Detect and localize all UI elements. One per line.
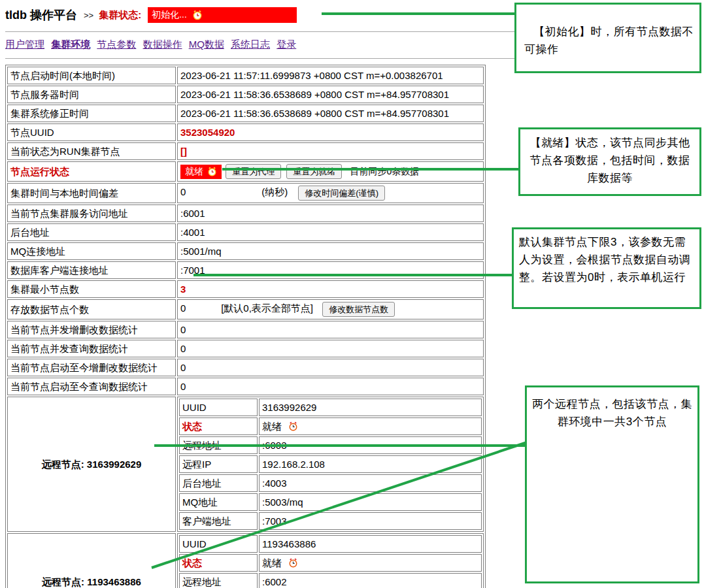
min-node-count-value: 3 — [177, 280, 484, 298]
modify-time-offset-button[interactable]: 修改时间偏差(谨慎) — [298, 186, 385, 201]
table-row: 当前节点启动至今增删改数据统计 0 — [7, 359, 484, 376]
nav-data-operations[interactable]: 数据操作 — [143, 39, 182, 50]
remote-node-label: 远程节点: 1193463886 — [7, 533, 176, 588]
alarm-clock-icon — [288, 558, 298, 568]
table-row: 当前状态为RUN集群节点 [] — [7, 142, 484, 160]
offset-unit: (纳秒) — [261, 186, 288, 197]
row-value: 0 (纳秒) 修改时间偏差(谨慎) — [177, 183, 484, 203]
row-value: 2023-06-21 11:58:36.6538689 +0800 CST m=… — [177, 86, 484, 103]
alarm-clock-icon — [192, 10, 203, 20]
remote-status-text: 就绪 — [262, 557, 282, 568]
row-value: 就绪 重置为代理 重置为就绪 目前同步0条数据 — [177, 161, 484, 182]
nav-system-log[interactable]: 系统日志 — [231, 39, 270, 50]
row-label: 客户端地址 — [179, 512, 258, 530]
row-label: 节点运行状态 — [7, 161, 176, 182]
annotation-init-state: 【初始化】时，所有节点数据不可操作 — [514, 3, 701, 73]
row-value: 0 — [177, 378, 484, 395]
row-value: 1193463886 — [259, 535, 482, 553]
remote-node-label: 远程节点: 3163992629 — [7, 397, 176, 532]
row-label: 集群系统修正时间 — [7, 105, 176, 122]
table-row: 当前节点启动至今查询数据统计 0 — [7, 378, 484, 395]
offset-value: 0 — [180, 186, 259, 198]
table-row-status: 状态 就绪 — [179, 554, 482, 572]
row-label: 后台地址 — [179, 474, 258, 492]
alarm-clock-icon — [207, 167, 217, 176]
breadcrumb: >> — [84, 10, 93, 20]
row-label: 状态 — [179, 417, 258, 435]
table-row: 远程地址 :6003 — [179, 436, 482, 454]
table-row-time-offset: 集群时间与本地时间偏差 0 (纳秒) 修改时间偏差(谨慎) — [7, 183, 484, 203]
row-value: 0 — [177, 359, 484, 376]
remote-status-text: 就绪 — [262, 421, 282, 432]
row-value: :4001 — [177, 223, 484, 241]
row-value: 2023-06-21 11:58:36.6538689 +0800 CST m=… — [177, 105, 484, 122]
table-row: 节点启动时间(本地时间) 2023-06-21 11:57:11.6999873… — [7, 67, 484, 84]
row-value: 0 — [177, 340, 484, 357]
annotation-remote-nodes: 两个远程节点，包括该节点，集群环境中一共3个节点 — [525, 385, 699, 583]
row-label: 当前节点启动至今查询数据统计 — [7, 378, 176, 395]
row-value: 就绪 — [259, 417, 482, 435]
row-label: 当前节点并发增删改数据统计 — [7, 321, 176, 338]
row-label: 存放数据节点个数 — [7, 299, 176, 319]
reset-to-ready-button[interactable]: 重置为就绪 — [286, 164, 342, 179]
row-label: 节点服务器时间 — [7, 86, 176, 103]
row-label: 远程地址 — [179, 573, 258, 588]
table-row: UUID 3163992629 — [179, 399, 482, 416]
row-label: 节点UUID — [7, 123, 176, 141]
run-node-list-value: [] — [177, 142, 484, 160]
cluster-status-label: 集群状态: — [99, 9, 141, 22]
table-row: 当前节点并发查询数据统计 0 — [7, 340, 484, 357]
modify-data-node-count-button[interactable]: 修改数据节点数 — [322, 302, 395, 317]
row-label: 后台地址 — [7, 223, 176, 241]
cluster-status-value: 初始化... — [152, 9, 187, 21]
node-uuid-value: 3523054920 — [177, 123, 484, 141]
row-label: MQ连接地址 — [7, 242, 176, 260]
row-value: :7003 — [259, 512, 482, 530]
table-row: 节点UUID 3523054920 — [7, 123, 484, 141]
row-value: 0 — [177, 321, 484, 338]
nav-mq-data[interactable]: MQ数据 — [189, 39, 224, 50]
sync-count-note: 目前同步0条数据 — [350, 166, 420, 176]
row-label: 当前节点启动至今增删改数据统计 — [7, 359, 176, 376]
row-label: UUID — [179, 535, 258, 553]
row-value: 2023-06-21 11:57:11.6999873 +0800 CST m=… — [177, 67, 484, 84]
table-row-node-status: 节点运行状态 就绪 重置为代理 — [7, 161, 484, 182]
table-row: MQ连接地址 :5001/mq — [7, 242, 484, 260]
row-value: :6001 — [177, 204, 484, 222]
page-title: tldb 操作平台 — [5, 7, 77, 23]
table-row: 客户端地址 :7003 — [179, 512, 482, 530]
row-label: 状态 — [179, 554, 258, 572]
row-label: 当前状态为RUN集群节点 — [7, 142, 176, 160]
table-row-min-nodes: 集群最小节点数 3 — [7, 280, 484, 298]
reset-to-proxy-button[interactable]: 重置为代理 — [226, 164, 281, 179]
row-label: UUID — [179, 399, 258, 416]
row-label: 当前节点并发查询数据统计 — [7, 340, 176, 357]
table-row: 远程地址 :6002 — [179, 573, 482, 588]
cluster-info-table: 节点启动时间(本地时间) 2023-06-21 11:57:11.6999873… — [5, 65, 486, 588]
table-row: UUID 1193463886 — [179, 535, 482, 553]
remote-node-detail: UUID 1193463886 状态 就绪 — [177, 533, 484, 588]
nav-login[interactable]: 登录 — [277, 39, 296, 50]
table-row: 远程IP 192.168.2.108 — [179, 455, 482, 473]
data-node-count-value: 0 — [180, 302, 218, 314]
alarm-clock-icon — [288, 421, 298, 431]
nav-user-management[interactable]: 用户管理 — [5, 39, 44, 50]
nav-node-params[interactable]: 节点参数 — [97, 39, 136, 50]
row-value: :6003 — [259, 436, 482, 454]
row-label: 集群最小节点数 — [7, 280, 176, 298]
row-value: :7001 — [177, 261, 484, 279]
row-value: 就绪 — [259, 554, 482, 572]
row-value: :4003 — [259, 474, 482, 492]
table-row: MQ地址 :5003/mq — [179, 493, 482, 511]
row-label: MQ地址 — [179, 493, 258, 511]
row-value: 3163992629 — [259, 399, 482, 416]
row-label: 当前节点集群服务访问地址 — [7, 204, 176, 222]
table-row: 数据库客户端连接地址 :7001 — [7, 261, 484, 279]
remote-node-table: UUID 1193463886 状态 就绪 — [178, 534, 483, 588]
remote-node-detail: UUID 3163992629 状态 就绪 — [177, 397, 484, 532]
remote-node-row: 远程节点: 3163992629 UUID 3163992629 状态 就绪 — [7, 397, 484, 532]
table-row: 节点服务器时间 2023-06-21 11:58:36.6538689 +080… — [7, 86, 484, 103]
table-row: 当前节点并发增删改数据统计 0 — [7, 321, 484, 338]
row-label: 集群时间与本地时间偏差 — [7, 183, 176, 203]
nav-cluster-environment[interactable]: 集群环境 — [51, 39, 90, 50]
